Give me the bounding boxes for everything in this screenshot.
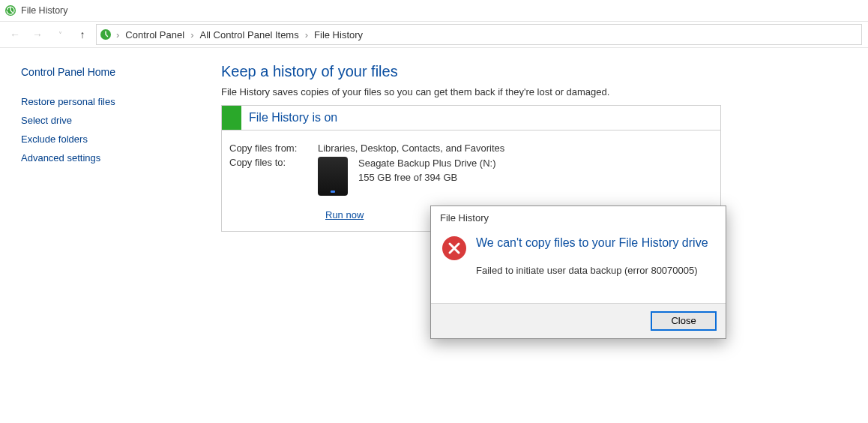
window-titlebar: File History — [0, 0, 868, 22]
drive-name: Seagate Backup Plus Drive (N:) — [358, 157, 496, 171]
hard-drive-icon — [318, 157, 348, 196]
error-dialog: File History We can't copy files to your… — [430, 206, 726, 339]
copy-from-value: Libraries, Desktop, Contacts, and Favori… — [318, 141, 510, 155]
forward-button[interactable]: → — [28, 26, 46, 44]
copy-from-label: Copy files from: — [229, 141, 318, 155]
drive-free-space: 155 GB free of 394 GB — [358, 171, 496, 185]
breadcrumb-item[interactable]: File History — [311, 28, 366, 42]
error-icon — [441, 236, 467, 261]
sidebar-link-restore[interactable]: Restore personal files — [21, 96, 190, 107]
sidebar-link-advanced-settings[interactable]: Advanced settings — [21, 152, 190, 164]
sidebar-link-select-drive[interactable]: Select drive — [21, 115, 190, 126]
back-button[interactable]: ← — [6, 26, 24, 44]
sidebar-link-exclude-folders[interactable]: Exclude folders — [21, 134, 190, 145]
file-history-icon — [100, 28, 112, 40]
status-header: File History is on — [222, 106, 720, 130]
page-subtitle: File History saves copies of your files … — [221, 86, 847, 98]
up-button[interactable]: ↑ — [73, 26, 91, 44]
page-heading: Keep a history of your files — [221, 63, 847, 80]
window-title: File History — [21, 5, 68, 16]
copy-to-label: Copy files to: — [229, 155, 318, 197]
close-button[interactable]: Close — [651, 311, 717, 331]
run-now-link[interactable]: Run now — [325, 209, 364, 220]
control-panel-home-link[interactable]: Control Panel Home — [21, 66, 190, 78]
file-history-icon — [4, 4, 16, 16]
breadcrumb-item[interactable]: All Control Panel Items — [196, 28, 301, 42]
dialog-heading: We can't copy files to your File History… — [476, 236, 708, 251]
sidebar: Control Panel Home Restore personal file… — [0, 48, 200, 423]
navigation-bar: ← → ˅ ↑ › Control Panel › All Control Pa… — [0, 22, 868, 47]
dialog-detail: Failed to initiate user data backup (err… — [476, 265, 708, 276]
recent-locations-button[interactable]: ˅ — [51, 26, 69, 44]
chevron-right-icon: › — [189, 29, 195, 40]
breadcrumb-item[interactable]: Control Panel — [122, 28, 187, 42]
chevron-right-icon: › — [304, 29, 310, 40]
breadcrumb-bar[interactable]: › Control Panel › All Control Panel Item… — [96, 24, 862, 45]
chevron-right-icon: › — [115, 29, 121, 40]
dialog-title: File History — [431, 206, 726, 230]
status-text: File History is on — [249, 111, 337, 124]
status-on-indicator — [222, 106, 241, 130]
